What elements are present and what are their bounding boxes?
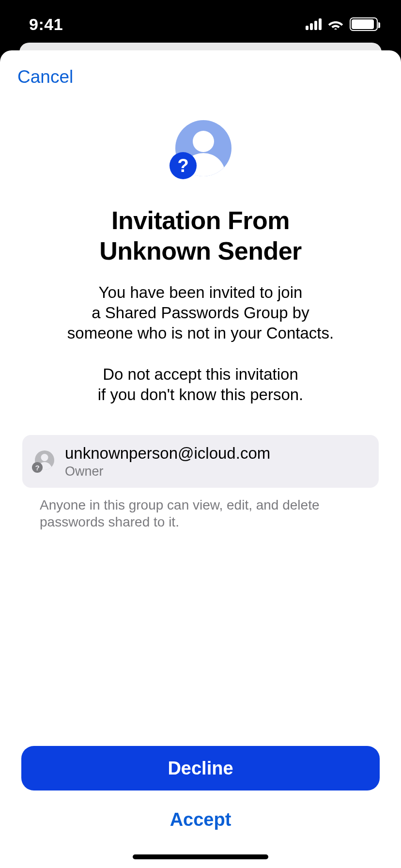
desc-line: if you don't know this person. [98,386,304,403]
desc-line: someone who is not in your Contacts. [67,324,334,342]
sheet-actions: Decline Accept [0,746,401,868]
desc-line: You have been invited to join [99,283,303,301]
title-line: Invitation From [111,206,290,234]
status-icons [306,17,378,31]
sheet-content: ? Invitation From Unknown Sender You hav… [0,87,401,405]
group-permissions-note: Anyone in this group can view, edit, and… [40,496,372,531]
decline-button[interactable]: Decline [21,746,380,790]
sender-email: unknownperson@icloud.com [65,444,270,463]
modal-sheet: Cancel ? Invitation From Unknown Sender … [0,50,401,868]
phone-frame: 9:41 Cancel ? Invitation From Unknown Se… [0,0,401,868]
battery-icon [350,17,378,31]
desc-line: Do not accept this invitation [103,365,298,383]
unknown-person-small-icon: ? [33,450,54,472]
unknown-person-icon: ? [171,120,230,178]
status-bar: 9:41 [0,0,401,48]
wifi-icon [327,18,344,30]
sender-role: Owner [65,464,270,479]
sheet-title: Invitation From Unknown Sender [99,205,302,267]
desc-line: a Shared Passwords Group by [92,304,309,322]
sheet-header: Cancel [0,50,401,87]
title-line: Unknown Sender [99,237,302,265]
cellular-icon [306,18,322,30]
status-time: 9:41 [29,15,63,34]
cancel-button[interactable]: Cancel [17,67,73,87]
sheet-description: You have been invited to join a Shared P… [38,282,363,405]
question-badge-icon: ? [170,152,197,179]
home-indicator[interactable] [133,854,268,859]
question-badge-small-icon: ? [32,462,43,473]
accept-button[interactable]: Accept [21,805,380,834]
sender-card: ? unknownperson@icloud.com Owner [22,435,379,488]
